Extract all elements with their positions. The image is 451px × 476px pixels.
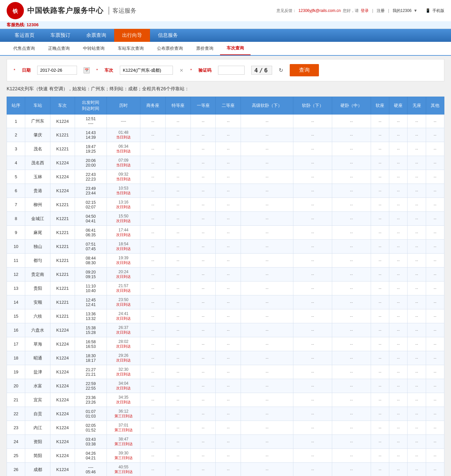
hard-sleeper: -- — [332, 226, 371, 240]
station-name: 贵阳 — [25, 281, 50, 295]
station-name: 茂名 — [25, 142, 50, 156]
premium-sleeper: -- — [241, 365, 293, 379]
hard-seat: -- — [389, 184, 408, 198]
hard-seat: -- — [389, 156, 408, 170]
first-seat: -- — [190, 295, 216, 309]
table-row: 26 成都 K1224 ----05:46 40:55第三日到达 -- -- -… — [7, 463, 444, 476]
special-seat: -- — [165, 407, 190, 421]
train-number: K1224 — [50, 323, 75, 337]
my-account-link[interactable]: 我的12306 — [393, 8, 412, 14]
subnav-transfer[interactable]: 中转站查询 — [76, 42, 111, 55]
station-name: 昭通 — [25, 351, 50, 365]
hard-sleeper: -- — [332, 393, 371, 407]
premium-sleeper: -- — [241, 337, 293, 351]
hard-seat: -- — [389, 226, 408, 240]
login-link[interactable]: 登录 — [361, 8, 369, 14]
other: -- — [426, 463, 444, 476]
first-seat: -- — [190, 351, 216, 365]
other: -- — [426, 198, 444, 212]
nav-info-service[interactable]: 信息服务 — [150, 29, 186, 42]
nav-passenger-home[interactable]: 客运首页 — [7, 29, 42, 42]
dropdown-icon: ▼ — [413, 8, 417, 13]
depart-time: 13:3613:32 — [75, 309, 107, 323]
depart-time: 19:4719:25 — [75, 142, 107, 156]
hard-seat: -- — [389, 281, 408, 295]
captcha-input[interactable] — [218, 66, 245, 75]
subnav-punctuality[interactable]: 正晚点查询 — [41, 42, 76, 55]
hard-sleeper: -- — [332, 142, 371, 156]
subnav-station[interactable]: 车站车次查询 — [111, 42, 150, 55]
schedule-table: 站序 车站 车次 出发时间到达时间 历时 商务座 特等座 一等座 二等座 高级软… — [7, 97, 444, 476]
premium-sleeper: -- — [241, 198, 293, 212]
other: -- — [426, 449, 444, 463]
train-number: K1224 — [50, 365, 75, 379]
train-clear-button[interactable]: ✕ — [180, 68, 184, 73]
captcha-refresh-button[interactable]: ↻ — [279, 67, 283, 73]
business-seat: -- — [140, 365, 166, 379]
train-input[interactable] — [120, 66, 173, 75]
subnav-price[interactable]: 公布票价查询 — [150, 42, 189, 55]
special-seat: -- — [165, 365, 190, 379]
subnav-agency[interactable]: 代售点查询 — [7, 42, 41, 55]
col-station: 车站 — [25, 97, 50, 115]
hard-seat: -- — [389, 435, 408, 449]
first-seat: -- — [190, 323, 216, 337]
station-name: 简阳 — [25, 449, 50, 463]
train-number: K1221 — [50, 268, 75, 281]
col-special: 特等座 — [165, 97, 190, 115]
premium-sleeper: -- — [241, 323, 293, 337]
nav-ticket-booking[interactable]: 车票预订 — [42, 29, 78, 42]
hard-seat: -- — [389, 337, 408, 351]
table-row: 8 金城江 K1221 04:5004:41 15:50次日到达 -- -- -… — [7, 212, 444, 226]
calendar-icon[interactable]: 📅 — [84, 67, 90, 73]
second-seat: -- — [216, 309, 241, 323]
nav-travel-guide[interactable]: 出行向导 — [114, 29, 150, 42]
feedback-email-link[interactable]: 12306yjfk@rails.com.cn — [298, 8, 341, 13]
business-seat: -- — [140, 435, 166, 449]
depart-time: ----05:46 — [75, 463, 107, 476]
station-seq: 5 — [7, 170, 25, 184]
train-info-text: K1224次列车（快速 有空调），始发站：广州东；终到站：成都；全程共有26个停… — [7, 85, 444, 93]
no-seat: -- — [408, 309, 426, 323]
soft-sleeper: -- — [293, 226, 332, 240]
hard-seat: -- — [389, 351, 408, 365]
soft-seat: -- — [371, 379, 389, 393]
site-name: 中国铁路客户服务中心 — [27, 6, 104, 16]
no-seat: -- — [408, 198, 426, 212]
soft-sleeper: -- — [293, 281, 332, 295]
table-row: 5 玉林 K1224 22:4322:23 09:32当日到达 -- -- --… — [7, 170, 444, 184]
station-name: 安顺 — [25, 295, 50, 309]
duration: 39:30第三日到达 — [107, 449, 140, 463]
no-seat: -- — [408, 421, 426, 435]
station-name: 麻尾 — [25, 226, 50, 240]
second-seat: -- — [216, 281, 241, 295]
date-input[interactable] — [37, 66, 77, 75]
no-seat: -- — [408, 115, 426, 128]
first-seat: -- — [190, 170, 216, 184]
depart-time: 16:5816:53 — [75, 337, 107, 351]
first-seat: -- — [190, 115, 216, 128]
hard-sleeper: -- — [332, 268, 371, 281]
premium-sleeper: -- — [241, 379, 293, 393]
first-seat: -- — [190, 268, 216, 281]
business-seat: -- — [140, 421, 166, 435]
mobile-link[interactable]: 手机版 — [432, 8, 444, 14]
hard-seat: -- — [389, 212, 408, 226]
hard-seat: -- — [389, 421, 408, 435]
second-seat: -- — [216, 170, 241, 184]
duration: 10:53当日到达 — [107, 184, 140, 198]
subnav-train[interactable]: 车次查询 — [220, 42, 251, 55]
hard-sleeper: -- — [332, 240, 371, 254]
premium-sleeper: -- — [241, 170, 293, 184]
first-seat: -- — [190, 337, 216, 351]
business-seat: -- — [140, 198, 166, 212]
nav-ticket-query[interactable]: 余票查询 — [78, 29, 114, 42]
business-seat: -- — [140, 351, 166, 365]
table-row: 22 自贡 K1224 01:0701:03 36:12第三日到达 -- -- … — [7, 407, 444, 421]
register-link-btn[interactable]: 注册 — [377, 8, 385, 14]
second-seat: -- — [216, 295, 241, 309]
second-seat: -- — [216, 254, 241, 268]
soft-sleeper: -- — [293, 198, 332, 212]
query-button[interactable]: 查询 — [290, 64, 319, 76]
subnav-fare[interactable]: 票价查询 — [189, 42, 220, 55]
